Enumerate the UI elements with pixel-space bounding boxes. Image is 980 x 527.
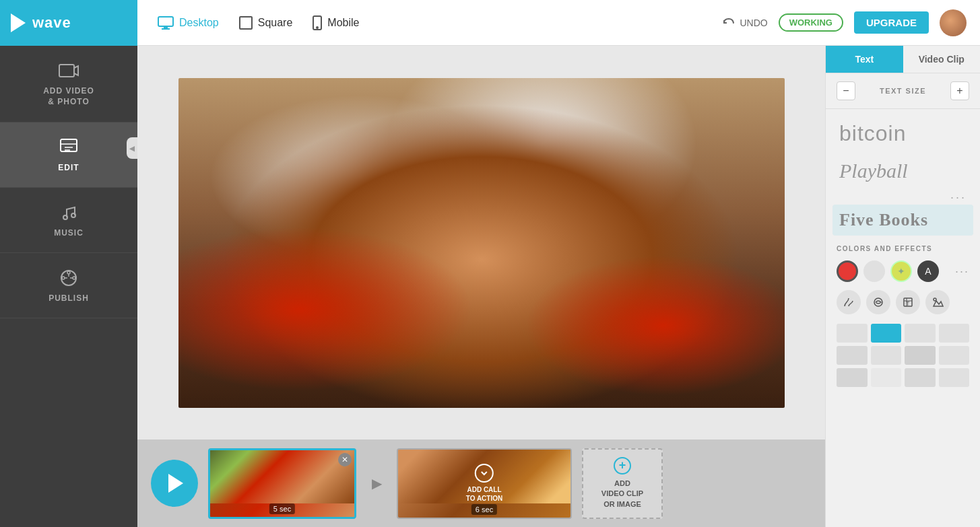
effects-row: T (826, 286, 980, 318)
play-button[interactable] (151, 460, 198, 507)
upgrade-button[interactable]: UPGRADE (854, 11, 929, 34)
sidebar-item-edit[interactable]: EDIT ◀ (0, 122, 137, 188)
add-clip-icon: + (614, 457, 631, 475)
clip1-duration-label: 5 sec (269, 503, 295, 514)
add-video-icon (59, 61, 79, 81)
tab-mobile[interactable]: Mobile (313, 15, 359, 30)
swatch-6[interactable] (871, 346, 902, 365)
tab-square[interactable]: Square (239, 16, 293, 30)
layout-tabs: Desktop Square Mobile (158, 15, 722, 30)
effect-btn-4[interactable] (925, 290, 950, 314)
sidebar-item-add-video-label: ADD VIDEO& PHOTO (43, 86, 94, 107)
square-icon (239, 16, 253, 30)
right-tab-video-clip[interactable]: Video Clip (903, 46, 981, 73)
effect-btn-1[interactable] (837, 290, 861, 314)
color-red[interactable] (837, 260, 858, 282)
effect-btn-3[interactable]: T (896, 290, 920, 314)
color-yellow-green[interactable]: ✦ (890, 260, 912, 282)
right-tab-text[interactable]: Text (826, 46, 903, 73)
color-dark[interactable]: A (917, 260, 939, 282)
font-option-bitcoin[interactable]: bitcoin (832, 116, 973, 151)
undo-icon (722, 16, 736, 30)
color-options-row: ✦ A ··· (826, 256, 980, 286)
swatch-12[interactable] (939, 368, 970, 387)
text-size-section: − TEXT SIZE + (826, 73, 980, 109)
svg-rect-3 (240, 17, 252, 29)
food-background (178, 78, 785, 408)
font-samples: bitcoin Playball ··· Five Books (826, 109, 980, 238)
logo: wave (0, 0, 137, 46)
svg-rect-0 (158, 17, 173, 26)
font-option-five-books[interactable]: Five Books (832, 205, 973, 236)
text-size-increase-button[interactable]: + (950, 81, 969, 100)
canvas-image[interactable] (178, 78, 785, 408)
center-panel: ✕ 5 sec ▶ ADD CALLTO ACTION (137, 46, 825, 527)
svg-point-11 (63, 215, 67, 219)
tab-desktop-label: Desktop (179, 17, 219, 29)
canvas-preview (137, 46, 825, 440)
music-icon (59, 203, 79, 223)
edit-expand-arrow: ◀ (127, 137, 137, 159)
swatch-11[interactable] (905, 368, 936, 387)
font-more-dots[interactable]: ··· (832, 190, 973, 205)
swatch-4[interactable] (939, 324, 970, 343)
avatar[interactable] (940, 9, 967, 36)
sidebar-item-music[interactable]: MUSIC (0, 188, 137, 253)
add-clip-label: ADDVIDEO CLIPOR IMAGE (601, 479, 643, 510)
swatch-7[interactable] (905, 346, 936, 365)
swatch-8[interactable] (939, 346, 970, 365)
font-bitcoin-preview: bitcoin (839, 121, 907, 145)
font-playball-preview: Playball (839, 160, 908, 182)
text-size-label: TEXT SIZE (880, 87, 926, 95)
clip1-close-button[interactable]: ✕ (338, 453, 352, 466)
swatch-2[interactable] (871, 324, 902, 343)
desktop-icon (158, 16, 174, 30)
edit-icon (59, 137, 79, 157)
swatch-5[interactable] (837, 346, 868, 365)
svg-rect-2 (162, 28, 170, 30)
font-option-playball[interactable]: Playball (832, 154, 973, 188)
clip-separator-arrow: ▶ (366, 473, 387, 493)
logo-icon (11, 13, 26, 32)
sidebar-item-add-video[interactable]: ADD VIDEO& PHOTO (0, 46, 137, 122)
sidebar-item-publish-label: PUBLISH (48, 293, 89, 303)
sidebar-item-music-label: MUSIC (54, 228, 84, 238)
mobile-icon (313, 15, 322, 30)
sidebar-item-edit-label: EDIT (58, 163, 79, 172)
sidebar-item-publish[interactable]: PUBLISH (0, 253, 137, 318)
svg-point-5 (317, 27, 318, 28)
svg-text:T: T (906, 300, 910, 307)
add-clip-button[interactable]: + ADDVIDEO CLIPOR IMAGE (582, 448, 663, 519)
color-light-gray[interactable] (863, 260, 885, 282)
clip1-thumbnail (210, 450, 354, 503)
left-sidebar: ADD VIDEO& PHOTO EDIT ◀ (0, 46, 137, 527)
publish-icon (59, 268, 79, 288)
timeline-clip-1[interactable]: ✕ 5 sec (208, 448, 356, 519)
swatch-3[interactable] (905, 324, 936, 343)
clip2-cta-overlay[interactable]: ADD CALLTO ACTION (466, 464, 502, 503)
effect-btn-2[interactable] (866, 290, 890, 314)
svg-rect-6 (59, 65, 74, 77)
swatch-9[interactable] (837, 368, 868, 387)
swatch-1[interactable] (837, 324, 868, 343)
main-content: ADD VIDEO& PHOTO EDIT ◀ (0, 46, 980, 527)
colors-effects-label: COLORS AND EFFECTS (826, 238, 980, 256)
svg-point-25 (934, 298, 936, 301)
undo-button[interactable]: UNDO (722, 16, 767, 30)
avatar-image (940, 9, 967, 36)
text-size-decrease-button[interactable]: − (837, 81, 855, 100)
logo-text: wave (32, 14, 71, 32)
right-sidebar: Text Video Clip − TEXT SIZE + bitcoin Pl… (825, 46, 980, 527)
colors-more-button[interactable]: ··· (955, 265, 969, 279)
undo-label: UNDO (740, 17, 767, 28)
svg-point-13 (61, 271, 76, 285)
timeline-clip-2[interactable]: ADD CALLTO ACTION 6 sec (397, 448, 572, 519)
top-navigation: wave Desktop Square Mobile (0, 0, 980, 46)
font-fivebooks-preview: Five Books (839, 210, 928, 230)
cta-icon (475, 464, 494, 483)
swatch-10[interactable] (871, 368, 902, 387)
svg-point-12 (71, 213, 75, 217)
nav-right-controls: UNDO WORKING UPGRADE (722, 9, 967, 36)
tab-desktop[interactable]: Desktop (158, 16, 219, 30)
play-icon (168, 474, 183, 493)
